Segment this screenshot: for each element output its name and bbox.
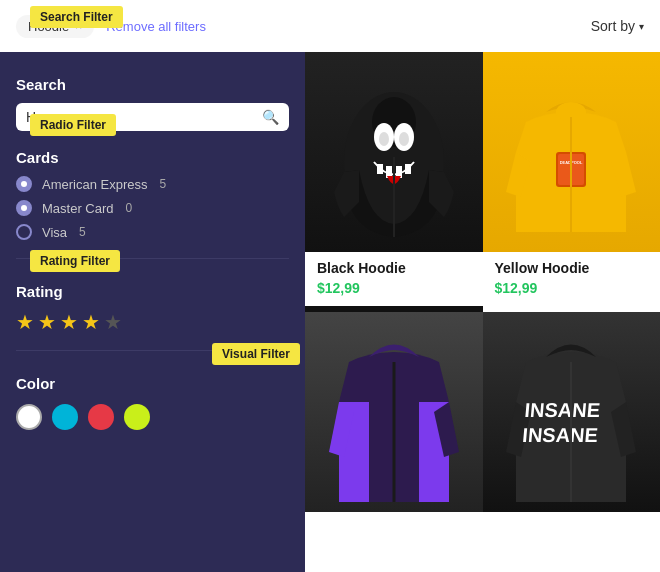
card-option-visa[interactable]: Visa 5 [16, 224, 289, 240]
rating-filter-annotation: Rating Filter [30, 250, 120, 272]
card-option-amex[interactable]: American Express 5 [16, 176, 289, 192]
color-red[interactable] [88, 404, 114, 430]
visa-count: 5 [79, 225, 86, 239]
product-price-black-hoodie: $12,99 [317, 280, 471, 296]
sort-by-button[interactable]: Sort by ▾ [591, 18, 644, 34]
svg-point-9 [399, 132, 409, 146]
product-card-purple-hoodie[interactable] [305, 312, 483, 572]
product-image-black-hoodie [305, 52, 483, 252]
amex-label: American Express [42, 177, 147, 192]
product-grid: Black Hoodie $12,99 [305, 52, 660, 572]
svg-rect-4 [377, 164, 383, 174]
star-rating[interactable]: ★ ★ ★ ★ ★ [16, 310, 289, 334]
search-section-label: Search [16, 76, 289, 93]
radio-filter-annotation: Radio Filter [30, 114, 116, 136]
star-1[interactable]: ★ [16, 310, 34, 334]
sort-by-label: Sort by [591, 18, 635, 34]
radio-mastercard[interactable] [16, 200, 32, 216]
search-icon-button[interactable]: 🔍 [262, 109, 279, 125]
product-info-purple-hoodie [305, 512, 483, 534]
product-info-yellow-hoodie: Yellow Hoodie $12,99 [483, 252, 661, 306]
cards-section: Cards American Express 5 Master Card 0 V… [16, 149, 289, 240]
product-price-yellow-hoodie: $12,99 [495, 280, 649, 296]
color-section-label: Color [16, 375, 289, 392]
svg-text:INSANE: INSANE [522, 424, 599, 446]
chevron-down-icon: ▾ [639, 21, 644, 32]
product-name-yellow-hoodie: Yellow Hoodie [495, 260, 649, 276]
product-image-yellow-hoodie: DEADPOOL [483, 52, 661, 252]
star-3[interactable]: ★ [60, 310, 78, 334]
amex-count: 5 [159, 177, 166, 191]
product-card-dark-hoodie[interactable]: INSANE INSANE [483, 312, 661, 572]
svg-point-8 [379, 132, 389, 146]
rating-section-label: Rating [16, 283, 289, 300]
star-2[interactable]: ★ [38, 310, 56, 334]
svg-rect-7 [405, 164, 411, 174]
product-image-purple-hoodie [305, 312, 483, 512]
product-name-black-hoodie: Black Hoodie [317, 260, 471, 276]
dark-hoodie-svg: INSANE INSANE [506, 312, 636, 512]
product-info-black-hoodie: Black Hoodie $12,99 [305, 252, 483, 306]
radio-amex[interactable] [16, 176, 32, 192]
product-image-dark-hoodie: INSANE INSANE [483, 312, 661, 512]
color-picker [16, 404, 289, 430]
color-cyan[interactable] [52, 404, 78, 430]
color-white[interactable] [16, 404, 42, 430]
search-filter-annotation: Search Filter [30, 6, 123, 28]
visa-label: Visa [42, 225, 67, 240]
radio-visa[interactable] [16, 224, 32, 240]
purple-hoodie-svg [329, 312, 459, 512]
black-hoodie-svg [329, 62, 459, 242]
color-lime[interactable] [124, 404, 150, 430]
visual-filter-annotation: Visual Filter [212, 343, 300, 365]
product-info-dark-hoodie [483, 512, 661, 534]
mastercard-label: Master Card [42, 201, 114, 216]
cards-section-label: Cards [16, 149, 289, 166]
star-4[interactable]: ★ [82, 310, 100, 334]
star-5[interactable]: ★ [104, 310, 122, 334]
product-card-black-hoodie[interactable]: Black Hoodie $12,99 [305, 52, 483, 312]
yellow-hoodie-svg: DEADPOOL [506, 62, 636, 242]
mastercard-count: 0 [126, 201, 133, 215]
product-card-yellow-hoodie[interactable]: DEADPOOL Yellow Hoodie $12,99 [483, 52, 661, 312]
svg-text:INSANE: INSANE [524, 399, 601, 421]
card-option-mastercard[interactable]: Master Card 0 [16, 200, 289, 216]
